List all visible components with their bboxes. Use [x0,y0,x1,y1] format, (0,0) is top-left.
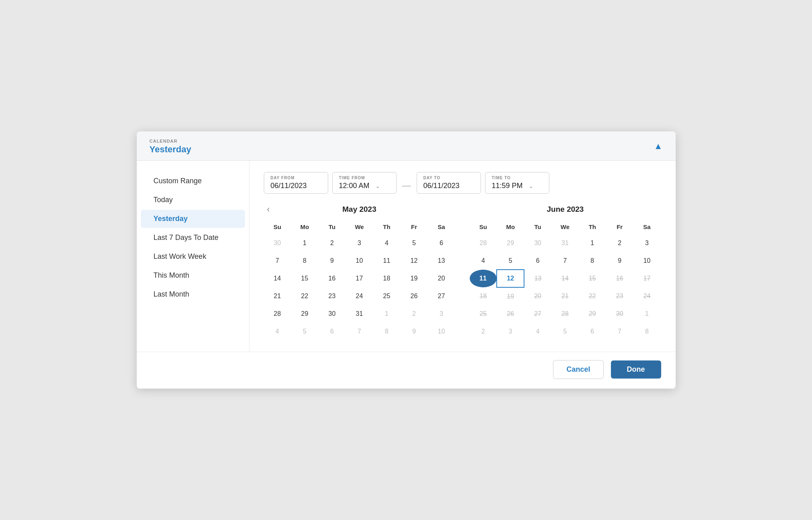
table-row[interactable]: 4 [524,323,551,340]
table-row[interactable]: 7 [346,323,373,340]
table-row[interactable]: 20 [428,270,455,287]
table-row[interactable]: 1 [291,234,319,252]
collapse-icon[interactable]: ▲ [654,141,663,151]
sidebar-item-last-work-week[interactable]: Last Work Week [141,248,245,266]
table-row[interactable]: 11 [470,270,497,287]
table-row[interactable]: 5 [497,252,524,270]
table-row[interactable]: 27 [524,305,551,323]
table-row[interactable]: 4 [373,234,401,252]
sidebar-item-yesterday[interactable]: Yesterday [141,210,245,228]
table-row[interactable]: 6 [428,234,455,252]
table-row[interactable]: 2 [319,234,346,252]
table-row[interactable]: 7 [264,252,291,270]
table-row[interactable]: 3 [497,323,524,340]
table-row[interactable]: 12 [401,252,428,270]
table-row[interactable]: 6 [524,252,551,270]
table-row[interactable]: 6 [579,323,606,340]
table-row[interactable]: 2 [470,323,497,340]
table-row[interactable]: 23 [319,287,346,305]
table-row[interactable]: 11 [373,252,401,270]
table-row[interactable]: 17 [346,270,373,287]
table-row[interactable]: 16 [606,270,633,287]
table-row[interactable]: 20 [524,287,551,305]
table-row[interactable]: 24 [633,287,661,305]
time-from-chevron-icon[interactable]: ⌄ [375,182,380,190]
table-row[interactable]: 29 [579,305,606,323]
cancel-button[interactable]: Cancel [553,360,603,379]
table-row[interactable]: 19 [497,287,524,305]
table-row[interactable]: 8 [579,252,606,270]
table-row[interactable]: 8 [291,252,319,270]
done-button[interactable]: Done [611,360,661,379]
table-row[interactable]: 7 [606,323,633,340]
table-row[interactable]: 29 [497,234,524,252]
time-from-field[interactable]: TIME FROM 12:00 AM ⌄ [332,172,397,194]
table-row[interactable]: 4 [264,323,291,340]
table-row[interactable]: 26 [497,305,524,323]
table-row[interactable]: 22 [291,287,319,305]
table-row[interactable]: 23 [606,287,633,305]
table-row[interactable]: 13 [524,270,551,287]
table-row[interactable]: 28 [264,305,291,323]
table-row[interactable]: 31 [346,305,373,323]
sidebar-item-this-month[interactable]: This Month [141,266,245,285]
table-row[interactable]: 16 [319,270,346,287]
sidebar-item-custom-range[interactable]: Custom Range [141,172,245,190]
table-row[interactable]: 9 [401,323,428,340]
table-row[interactable]: 2 [606,234,633,252]
table-row[interactable]: 27 [428,287,455,305]
table-row[interactable]: 5 [551,323,579,340]
table-row[interactable]: 22 [579,287,606,305]
prev-month-button[interactable]: ‹ [264,204,273,215]
table-row[interactable]: 5 [291,323,319,340]
table-row[interactable]: 21 [264,287,291,305]
table-row[interactable]: 3 [633,234,661,252]
table-row[interactable]: 3 [346,234,373,252]
table-row[interactable]: 30 [606,305,633,323]
table-row[interactable]: 17 [633,270,661,287]
table-row[interactable]: 19 [401,270,428,287]
table-row[interactable]: 26 [401,287,428,305]
day-from-field[interactable]: DAY FROM 06/11/2023 [264,172,328,194]
table-row[interactable]: 1 [633,305,661,323]
table-row[interactable]: 6 [319,323,346,340]
table-row[interactable]: 1 [579,234,606,252]
table-row[interactable]: 25 [373,287,401,305]
sidebar-item-last-month[interactable]: Last Month [141,285,245,303]
table-row[interactable]: 10 [428,323,455,340]
table-row[interactable]: 10 [633,252,661,270]
table-row[interactable]: 14 [551,270,579,287]
day-to-field[interactable]: DAY TO 06/11/2023 [417,172,481,194]
table-row[interactable]: 5 [401,234,428,252]
table-row[interactable]: 10 [346,252,373,270]
table-row[interactable]: 18 [470,287,497,305]
table-row[interactable]: 25 [470,305,497,323]
table-row[interactable]: 30 [524,234,551,252]
time-to-chevron-icon[interactable]: ⌄ [528,182,534,190]
table-row[interactable]: 15 [291,270,319,287]
table-row[interactable]: 15 [579,270,606,287]
table-row[interactable]: 31 [551,234,579,252]
table-row[interactable]: 8 [633,323,661,340]
table-row[interactable]: 21 [551,287,579,305]
table-row[interactable]: 14 [264,270,291,287]
time-to-field[interactable]: TIME TO 11:59 PM ⌄ [485,172,549,194]
table-row[interactable]: 4 [470,252,497,270]
sidebar-item-last-7-days[interactable]: Last 7 Days To Date [141,229,245,247]
table-row[interactable]: 28 [551,305,579,323]
table-row[interactable]: 30 [264,234,291,252]
table-row[interactable]: 29 [291,305,319,323]
table-row[interactable]: 9 [319,252,346,270]
table-row[interactable]: 2 [401,305,428,323]
table-row[interactable]: 28 [470,234,497,252]
sidebar-item-today[interactable]: Today [141,191,245,209]
table-row[interactable]: 13 [428,252,455,270]
table-row[interactable]: 24 [346,287,373,305]
table-row[interactable]: 8 [373,323,401,340]
table-row[interactable]: 1 [373,305,401,323]
table-row[interactable]: 30 [319,305,346,323]
table-row[interactable]: 9 [606,252,633,270]
table-row[interactable]: 12 [497,270,524,287]
table-row[interactable]: 3 [428,305,455,323]
table-row[interactable]: 7 [551,252,579,270]
